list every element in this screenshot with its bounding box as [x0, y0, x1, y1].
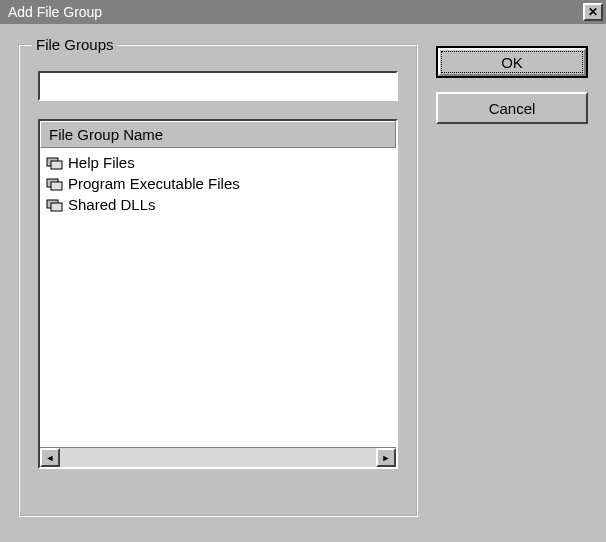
folders-icon: [46, 197, 64, 213]
list-item[interactable]: Program Executable Files: [42, 173, 394, 194]
cancel-button[interactable]: Cancel: [436, 92, 588, 124]
list-item[interactable]: Help Files: [42, 152, 394, 173]
ok-button-label: OK: [501, 54, 523, 71]
scroll-left-button[interactable]: ◄: [40, 448, 60, 467]
svg-rect-1: [51, 161, 62, 169]
list-item[interactable]: Shared DLLs: [42, 194, 394, 215]
svg-rect-3: [51, 182, 62, 190]
scroll-right-button[interactable]: ►: [376, 448, 396, 467]
folders-icon: [46, 155, 64, 171]
list-item-label: Shared DLLs: [68, 196, 156, 213]
list-body[interactable]: Help Files Program Executable Files Shar…: [40, 148, 396, 447]
close-button[interactable]: ✕: [583, 3, 603, 21]
titlebar: Add File Group ✕: [0, 0, 606, 24]
close-icon: ✕: [588, 5, 598, 19]
folders-icon: [46, 176, 64, 192]
groupbox-legend: File Groups: [32, 36, 118, 53]
svg-rect-5: [51, 203, 62, 211]
list-item-label: Help Files: [68, 154, 135, 171]
window-title: Add File Group: [8, 4, 102, 20]
ok-button[interactable]: OK: [436, 46, 588, 78]
list-column-header[interactable]: File Group Name: [40, 121, 396, 148]
file-group-name-input[interactable]: [38, 71, 398, 101]
cancel-button-label: Cancel: [489, 100, 536, 117]
triangle-left-icon: ◄: [46, 453, 55, 463]
file-group-list: File Group Name Help Files Program Execu…: [38, 119, 398, 469]
file-groups-groupbox: File Groups File Group Name Help Files: [18, 44, 418, 517]
dialog-body: File Groups File Group Name Help Files: [0, 24, 606, 542]
scroll-track[interactable]: [60, 448, 376, 467]
list-item-label: Program Executable Files: [68, 175, 240, 192]
horizontal-scrollbar[interactable]: ◄ ►: [40, 447, 396, 467]
triangle-right-icon: ►: [382, 453, 391, 463]
